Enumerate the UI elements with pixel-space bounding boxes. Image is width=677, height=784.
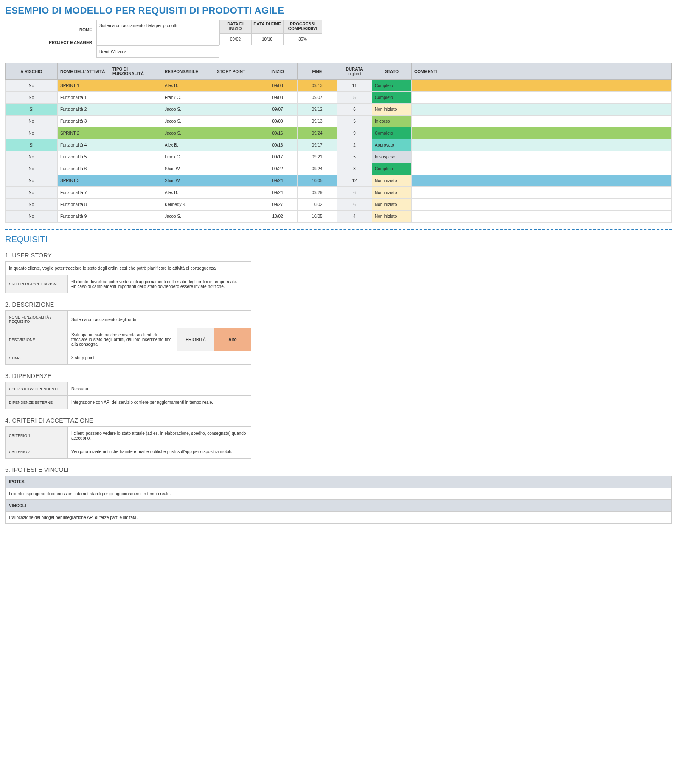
th-comm: COMMENTI — [412, 63, 672, 80]
th-start: INIZIO — [258, 63, 298, 80]
th-risk: A RISCHIO — [6, 63, 58, 80]
cell-end: 09/24 — [298, 163, 337, 175]
cell-risk: No — [6, 187, 58, 199]
dep-story-val: Nessuno — [68, 382, 251, 396]
cell-stato: Completo — [372, 92, 412, 104]
table-row: NoSPRINT 2Jacob S.09/1609/249Completo — [6, 127, 672, 139]
col-data-inizio: DATA DI INIZIO — [219, 20, 251, 33]
crit1-val: I clienti possono vedere lo stato attual… — [68, 427, 251, 445]
cell-resp: Shari W. — [162, 175, 214, 187]
dipendenze-table: USER STORY DIPENDENTI Nessuno DIPENDENZE… — [5, 382, 251, 409]
th-activity: NOME DELL'ATTIVITÀ — [58, 63, 110, 80]
cell-comm — [412, 116, 672, 127]
priorita-label: PRIORITÀ — [177, 328, 214, 351]
cell-activity: Funzionalità 7 — [58, 187, 110, 199]
table-row: NoFunzionalità 9Jacob S.10/0210/054Non i… — [6, 211, 672, 223]
cell-risk: No — [6, 175, 58, 187]
cell-end: 09/24 — [298, 127, 337, 139]
cell-stato: In sospeso — [372, 151, 412, 163]
ipotesi-header: IPOTESI — [6, 476, 672, 488]
cell-start: 09/09 — [258, 116, 298, 127]
crit2-label: CRITERIO 2 — [6, 445, 68, 459]
dep-ext-label: DIPENDENZE ESTERNE — [6, 396, 68, 409]
col-data-fine: DATA DI FINE — [251, 20, 283, 33]
cell-start: 09/24 — [258, 187, 298, 199]
cell-dur: 3 — [337, 163, 372, 175]
vincoli-header: VINCOLI — [6, 500, 672, 512]
cell-sp — [214, 92, 258, 104]
nome-funz-label: NOME FUNZIONALITÀ / REQUISITO — [6, 311, 68, 328]
col-progressi: PROGRESSI COMPLESSIVI — [283, 20, 322, 33]
cell-stato: Non iniziato — [372, 175, 412, 187]
cell-sp — [214, 127, 258, 139]
crit2-val: Vengono inviate notifiche tramite e-mail… — [68, 445, 251, 459]
page-title: ESEMPIO DI MODELLO PER REQUISITI DI PROD… — [5, 5, 672, 16]
dep-ext-val: Integrazione con API del servizio corrie… — [68, 396, 251, 409]
criteri-label: CRITERI DI ACCETTAZIONE — [6, 275, 68, 293]
criteri-val: •Il cliente dovrebbe poter vedere gli ag… — [68, 275, 251, 293]
cell-dur: 9 — [337, 127, 372, 139]
sec5-h: 5. IPOTESI E VINCOLI — [5, 466, 672, 473]
cell-risk: No — [6, 151, 58, 163]
dep-story-label: USER STORY DIPENDENTI — [6, 382, 68, 396]
cell-stato: In corso — [372, 116, 412, 127]
cell-stato: Non iniziato — [372, 211, 412, 223]
cell-end: 09/12 — [298, 104, 337, 116]
cell-resp: Jacob S. — [162, 211, 214, 223]
cell-stato: Completo — [372, 80, 412, 92]
cell-resp: Jacob S. — [162, 116, 214, 127]
table-row: NoFunzionalità 6Shari W.09/2209/243Compl… — [6, 163, 672, 175]
cell-stato: Non iniziato — [372, 199, 412, 211]
cell-activity: Funzionalità 4 — [58, 139, 110, 151]
cell-resp: Frank C. — [162, 151, 214, 163]
cell-sp — [214, 80, 258, 92]
cell-resp: Alex B. — [162, 139, 214, 151]
cell-resp: Alex B. — [162, 80, 214, 92]
th-stato: STATO — [372, 63, 412, 80]
table-row: NoSPRINT 3Shari W.09/2410/0512Non inizia… — [6, 175, 672, 187]
table-row: SiFunzionalità 4Alex B.09/1609/172Approv… — [6, 139, 672, 151]
th-resp: RESPONSABILE — [162, 63, 214, 80]
desc-label: DESCRIZIONE — [6, 328, 68, 351]
cell-dur: 6 — [337, 104, 372, 116]
nome-funz-val: Sistema di tracciamento degli ordini — [68, 311, 251, 328]
ipotesi-vincoli-table: IPOTESI I clienti dispongono di connessi… — [5, 476, 672, 524]
cell-resp: Shari W. — [162, 163, 214, 175]
th-sp: STORY POINT — [214, 63, 258, 80]
sec2-h: 2. DESCRIZIONE — [5, 301, 672, 308]
cell-end: 09/13 — [298, 116, 337, 127]
cell-start: 09/17 — [258, 151, 298, 163]
cell-comm — [412, 199, 672, 211]
cell-start: 10/02 — [258, 211, 298, 223]
cell-activity: Funzionalità 3 — [58, 116, 110, 127]
divider — [5, 229, 672, 230]
cell-dur: 11 — [337, 80, 372, 92]
cell-type — [110, 116, 162, 127]
cell-comm — [412, 127, 672, 139]
cell-sp — [214, 104, 258, 116]
cell-sp — [214, 151, 258, 163]
ipotesi-val: I clienti dispongono di connessioni inte… — [6, 488, 672, 500]
cell-resp: Jacob S. — [162, 127, 214, 139]
vincoli-val: L'allocazione del budget per integrazion… — [6, 512, 672, 524]
cell-sp — [214, 199, 258, 211]
cell-risk: No — [6, 199, 58, 211]
cell-end: 09/17 — [298, 139, 337, 151]
table-row: NoFunzionalità 5Frank C.09/1709/215In so… — [6, 151, 672, 163]
cell-dur: 5 — [337, 116, 372, 127]
cell-stato: Non iniziato — [372, 104, 412, 116]
sec1-h: 1. USER STORY — [5, 252, 672, 259]
cell-sp — [214, 211, 258, 223]
cell-start: 09/07 — [258, 104, 298, 116]
cell-activity: SPRINT 1 — [58, 80, 110, 92]
cell-comm — [412, 139, 672, 151]
cell-sp — [214, 116, 258, 127]
requisiti-title: REQUISITI — [5, 234, 672, 244]
sec3-h: 3. DIPENDENZE — [5, 372, 672, 379]
cell-sp — [214, 139, 258, 151]
cell-activity: SPRINT 2 — [58, 127, 110, 139]
cell-end: 09/21 — [298, 151, 337, 163]
project-header: NOME PROJECT MANAGER Sistema di tracciam… — [5, 20, 672, 58]
cell-stato: Approvato — [372, 139, 412, 151]
cell-comm — [412, 80, 672, 92]
